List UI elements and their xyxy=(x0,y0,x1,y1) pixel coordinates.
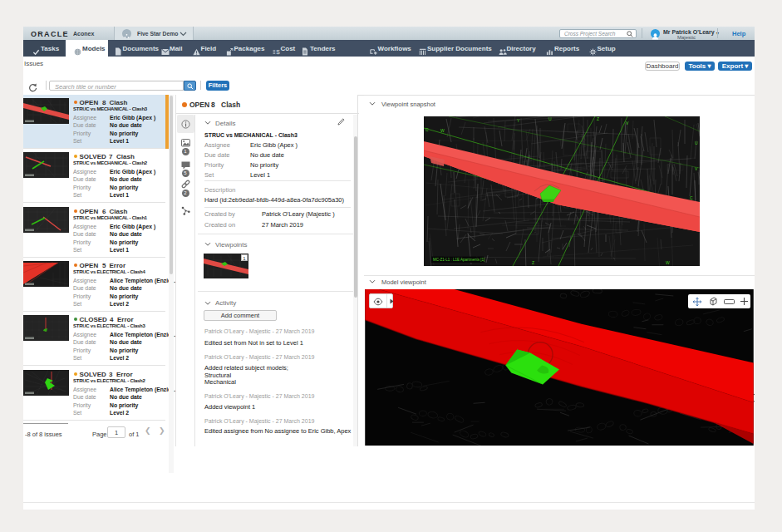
svg-text:Z: Z xyxy=(532,260,534,265)
svg-text:U: U xyxy=(695,140,698,145)
svg-text:MC-Z1-L1 : L1E Apartments [1]: MC-Z1-L1 : L1E Apartments [1] xyxy=(433,258,484,262)
svg-text:Z: Z xyxy=(597,116,599,121)
svg-text:W: W xyxy=(666,260,670,265)
svg-text:U: U xyxy=(548,116,552,121)
svg-text:C: C xyxy=(690,195,693,200)
svg-text:W: W xyxy=(440,128,445,133)
svg-text:$: $ xyxy=(276,48,280,56)
svg-text:C: C xyxy=(425,127,429,132)
